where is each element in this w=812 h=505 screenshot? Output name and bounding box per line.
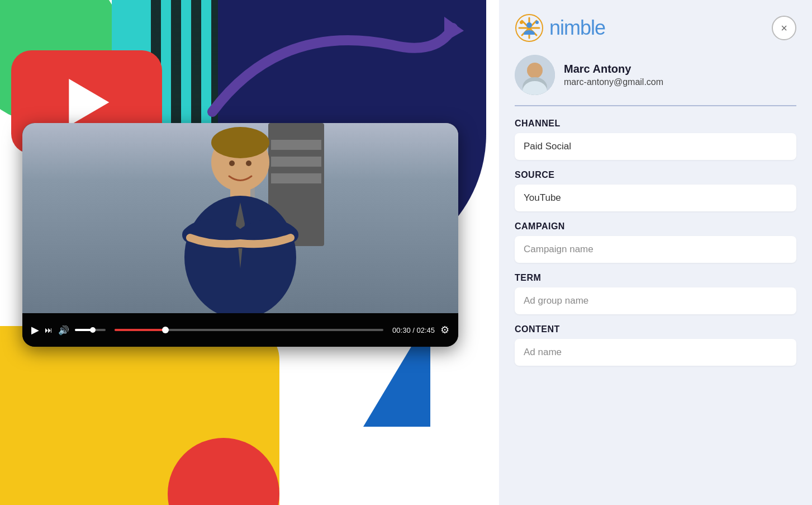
- svg-point-19: [526, 22, 532, 28]
- settings-icon[interactable]: ⚙: [440, 324, 449, 336]
- close-button[interactable]: ×: [772, 16, 796, 40]
- progress-bar[interactable]: [115, 329, 383, 331]
- form-fields: CHANNEL SOURCE CAMPAIGN TERM CONTENT: [515, 119, 796, 366]
- svg-point-23: [527, 63, 543, 78]
- panel-header: nimble ×: [515, 13, 796, 43]
- source-label: SOURCE: [515, 170, 796, 180]
- time-display: 00:30 / 02:45: [392, 326, 435, 334]
- purple-arrow: [196, 11, 475, 134]
- campaign-section: CAMPAIGN: [515, 221, 796, 263]
- svg-rect-3: [271, 157, 321, 167]
- svg-point-13: [246, 161, 251, 166]
- nimble-logo: nimble: [515, 13, 605, 43]
- user-info: Marc Antony marc-antony@gmail.com: [515, 55, 796, 106]
- user-email: marc-antony@gmail.com: [564, 77, 663, 87]
- volume-bar[interactable]: [75, 329, 106, 331]
- video-player[interactable]: ▶ ⏭ 🔊 00:30 / 02:45 ⚙: [22, 123, 458, 347]
- user-details: Marc Antony marc-antony@gmail.com: [564, 63, 663, 87]
- avatar-image: [515, 55, 555, 95]
- person-figure: [145, 123, 335, 313]
- right-panel: nimble × Marc Antony marc-antony@gmail.c…: [499, 0, 812, 505]
- term-section: TERM: [515, 273, 796, 314]
- svg-marker-0: [444, 17, 464, 42]
- channel-label: CHANNEL: [515, 119, 796, 129]
- svg-point-8: [211, 127, 269, 158]
- source-input[interactable]: [515, 185, 796, 211]
- left-section: ▶ ⏭ 🔊 00:30 / 02:45 ⚙: [0, 0, 486, 505]
- svg-rect-2: [271, 140, 321, 150]
- term-input[interactable]: [515, 287, 796, 314]
- svg-point-20: [520, 21, 523, 24]
- volume-icon: 🔊: [58, 325, 69, 336]
- play-button[interactable]: ▶: [31, 324, 39, 336]
- campaign-input[interactable]: [515, 236, 796, 263]
- channel-input[interactable]: [515, 133, 796, 160]
- svg-rect-4: [271, 173, 321, 183]
- video-controls[interactable]: ▶ ⏭ 🔊 00:30 / 02:45 ⚙: [22, 313, 458, 347]
- content-section: CONTENT: [515, 324, 796, 366]
- avatar: [515, 55, 555, 95]
- term-label: TERM: [515, 273, 796, 283]
- source-section: SOURCE: [515, 170, 796, 211]
- campaign-label: CAMPAIGN: [515, 221, 796, 232]
- content-input[interactable]: [515, 339, 796, 366]
- user-name: Marc Antony: [564, 63, 663, 75]
- nimble-icon: [515, 13, 544, 43]
- video-content: [22, 123, 458, 313]
- nimble-logo-text: nimble: [549, 16, 605, 40]
- next-button[interactable]: ⏭: [45, 325, 53, 334]
- channel-section: CHANNEL: [515, 119, 796, 160]
- svg-point-12: [229, 161, 235, 166]
- svg-point-21: [535, 21, 539, 24]
- content-label: CONTENT: [515, 324, 796, 334]
